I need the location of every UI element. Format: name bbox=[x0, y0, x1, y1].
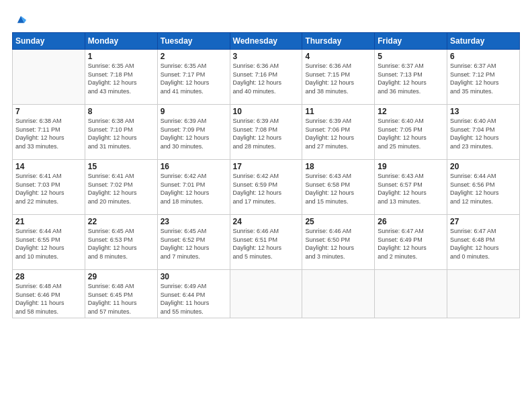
calendar-cell: 30Sunrise: 6:49 AM Sunset: 6:44 PM Dayli… bbox=[157, 270, 230, 318]
day-info: Sunrise: 6:41 AM Sunset: 7:02 PM Dayligh… bbox=[88, 172, 154, 205]
day-number: 16 bbox=[161, 162, 227, 171]
day-number: 27 bbox=[450, 217, 517, 226]
weekday-header-sunday: Sunday bbox=[13, 33, 85, 50]
calendar-cell: 6Sunrise: 6:37 AM Sunset: 7:12 PM Daylig… bbox=[447, 50, 520, 105]
weekday-header-monday: Monday bbox=[85, 33, 157, 50]
day-info: Sunrise: 6:44 AM Sunset: 6:55 PM Dayligh… bbox=[15, 227, 82, 261]
day-info: Sunrise: 6:36 AM Sunset: 7:15 PM Dayligh… bbox=[305, 62, 371, 95]
weekday-header-saturday: Saturday bbox=[447, 33, 520, 50]
day-info: Sunrise: 6:39 AM Sunset: 7:09 PM Dayligh… bbox=[161, 117, 227, 150]
calendar-cell: 28Sunrise: 6:48 AM Sunset: 6:46 PM Dayli… bbox=[13, 270, 85, 318]
day-number: 13 bbox=[450, 107, 517, 116]
calendar-cell: 7Sunrise: 6:38 AM Sunset: 7:11 PM Daylig… bbox=[13, 105, 85, 160]
day-number: 26 bbox=[378, 217, 444, 226]
day-number: 10 bbox=[233, 107, 300, 116]
calendar-cell: 13Sunrise: 6:40 AM Sunset: 7:04 PM Dayli… bbox=[447, 105, 520, 160]
day-info: Sunrise: 6:36 AM Sunset: 7:16 PM Dayligh… bbox=[233, 62, 300, 95]
day-info: Sunrise: 6:39 AM Sunset: 7:06 PM Dayligh… bbox=[305, 117, 371, 150]
day-number: 21 bbox=[15, 217, 82, 226]
calendar-cell bbox=[375, 270, 447, 318]
calendar-cell: 14Sunrise: 6:41 AM Sunset: 7:03 PM Dayli… bbox=[13, 160, 85, 215]
day-number: 8 bbox=[88, 107, 154, 116]
day-info: Sunrise: 6:49 AM Sunset: 6:44 PM Dayligh… bbox=[161, 282, 227, 316]
day-number: 6 bbox=[450, 52, 517, 61]
weekday-header-tuesday: Tuesday bbox=[157, 33, 230, 50]
calendar-cell: 9Sunrise: 6:39 AM Sunset: 7:09 PM Daylig… bbox=[157, 105, 230, 160]
week-row-1: 1Sunrise: 6:35 AM Sunset: 7:18 PM Daylig… bbox=[13, 50, 520, 105]
calendar-cell bbox=[302, 270, 375, 318]
day-number: 11 bbox=[305, 107, 371, 116]
day-info: Sunrise: 6:47 AM Sunset: 6:49 PM Dayligh… bbox=[378, 227, 444, 261]
calendar-cell bbox=[230, 270, 302, 318]
calendar-cell: 22Sunrise: 6:45 AM Sunset: 6:53 PM Dayli… bbox=[85, 215, 157, 270]
day-info: Sunrise: 6:37 AM Sunset: 7:13 PM Dayligh… bbox=[378, 62, 444, 95]
day-info: Sunrise: 6:45 AM Sunset: 6:53 PM Dayligh… bbox=[88, 227, 154, 261]
day-info: Sunrise: 6:42 AM Sunset: 7:01 PM Dayligh… bbox=[161, 172, 227, 205]
calendar-cell: 2Sunrise: 6:35 AM Sunset: 7:17 PM Daylig… bbox=[157, 50, 230, 105]
day-info: Sunrise: 6:38 AM Sunset: 7:11 PM Dayligh… bbox=[15, 117, 82, 150]
calendar-cell: 12Sunrise: 6:40 AM Sunset: 7:05 PM Dayli… bbox=[375, 105, 447, 160]
calendar-cell: 5Sunrise: 6:37 AM Sunset: 7:13 PM Daylig… bbox=[375, 50, 447, 105]
day-info: Sunrise: 6:40 AM Sunset: 7:05 PM Dayligh… bbox=[378, 117, 444, 150]
calendar-cell: 21Sunrise: 6:44 AM Sunset: 6:55 PM Dayli… bbox=[13, 215, 85, 270]
day-number: 28 bbox=[15, 272, 82, 281]
day-number: 17 bbox=[233, 162, 300, 171]
day-info: Sunrise: 6:43 AM Sunset: 6:57 PM Dayligh… bbox=[378, 172, 444, 205]
day-number: 9 bbox=[161, 107, 227, 116]
calendar-cell: 23Sunrise: 6:45 AM Sunset: 6:52 PM Dayli… bbox=[157, 215, 230, 270]
day-number: 24 bbox=[233, 217, 300, 226]
calendar-cell: 11Sunrise: 6:39 AM Sunset: 7:06 PM Dayli… bbox=[302, 105, 375, 160]
day-info: Sunrise: 6:43 AM Sunset: 6:58 PM Dayligh… bbox=[305, 172, 371, 205]
day-number: 19 bbox=[378, 162, 444, 171]
calendar-cell: 16Sunrise: 6:42 AM Sunset: 7:01 PM Dayli… bbox=[157, 160, 230, 215]
day-info: Sunrise: 6:47 AM Sunset: 6:48 PM Dayligh… bbox=[450, 227, 517, 261]
day-info: Sunrise: 6:40 AM Sunset: 7:04 PM Dayligh… bbox=[450, 117, 517, 150]
calendar-cell bbox=[447, 270, 520, 318]
calendar-cell: 3Sunrise: 6:36 AM Sunset: 7:16 PM Daylig… bbox=[230, 50, 302, 105]
week-row-4: 21Sunrise: 6:44 AM Sunset: 6:55 PM Dayli… bbox=[13, 215, 520, 270]
day-number: 30 bbox=[161, 272, 227, 281]
calendar-cell: 27Sunrise: 6:47 AM Sunset: 6:48 PM Dayli… bbox=[447, 215, 520, 270]
day-info: Sunrise: 6:35 AM Sunset: 7:17 PM Dayligh… bbox=[161, 62, 227, 95]
day-number: 29 bbox=[88, 272, 154, 281]
day-number: 25 bbox=[305, 217, 371, 226]
day-number: 12 bbox=[378, 107, 444, 116]
day-info: Sunrise: 6:37 AM Sunset: 7:12 PM Dayligh… bbox=[450, 62, 517, 95]
calendar-cell: 4Sunrise: 6:36 AM Sunset: 7:15 PM Daylig… bbox=[302, 50, 375, 105]
calendar-cell: 1Sunrise: 6:35 AM Sunset: 7:18 PM Daylig… bbox=[85, 50, 157, 105]
weekday-header-row: SundayMondayTuesdayWednesdayThursdayFrid… bbox=[13, 33, 520, 50]
day-number: 23 bbox=[161, 217, 227, 226]
weekday-header-wednesday: Wednesday bbox=[230, 33, 302, 50]
day-info: Sunrise: 6:41 AM Sunset: 7:03 PM Dayligh… bbox=[15, 172, 82, 205]
day-number: 18 bbox=[305, 162, 371, 171]
day-number: 5 bbox=[378, 52, 444, 61]
day-number: 22 bbox=[88, 217, 154, 226]
weekday-header-friday: Friday bbox=[375, 33, 447, 50]
weekday-header-thursday: Thursday bbox=[302, 33, 375, 50]
day-info: Sunrise: 6:39 AM Sunset: 7:08 PM Dayligh… bbox=[233, 117, 300, 150]
day-number: 7 bbox=[15, 107, 82, 116]
day-number: 1 bbox=[88, 52, 154, 61]
calendar-cell: 29Sunrise: 6:48 AM Sunset: 6:45 PM Dayli… bbox=[85, 270, 157, 318]
calendar-cell: 26Sunrise: 6:47 AM Sunset: 6:49 PM Dayli… bbox=[375, 215, 447, 270]
day-number: 3 bbox=[233, 52, 300, 61]
day-info: Sunrise: 6:46 AM Sunset: 6:51 PM Dayligh… bbox=[233, 227, 300, 261]
day-number: 20 bbox=[450, 162, 517, 171]
calendar-cell: 10Sunrise: 6:39 AM Sunset: 7:08 PM Dayli… bbox=[230, 105, 302, 160]
day-info: Sunrise: 6:48 AM Sunset: 6:45 PM Dayligh… bbox=[88, 282, 154, 316]
day-info: Sunrise: 6:35 AM Sunset: 7:18 PM Dayligh… bbox=[88, 62, 154, 95]
calendar-cell: 24Sunrise: 6:46 AM Sunset: 6:51 PM Dayli… bbox=[230, 215, 302, 270]
week-row-3: 14Sunrise: 6:41 AM Sunset: 7:03 PM Dayli… bbox=[13, 160, 520, 215]
calendar-cell: 19Sunrise: 6:43 AM Sunset: 6:57 PM Dayli… bbox=[375, 160, 447, 215]
day-info: Sunrise: 6:42 AM Sunset: 6:59 PM Dayligh… bbox=[233, 172, 300, 205]
day-info: Sunrise: 6:45 AM Sunset: 6:52 PM Dayligh… bbox=[161, 227, 227, 261]
day-number: 15 bbox=[88, 162, 154, 171]
calendar-cell: 15Sunrise: 6:41 AM Sunset: 7:02 PM Dayli… bbox=[85, 160, 157, 215]
day-info: Sunrise: 6:38 AM Sunset: 7:10 PM Dayligh… bbox=[88, 117, 154, 150]
calendar-cell: 8Sunrise: 6:38 AM Sunset: 7:10 PM Daylig… bbox=[85, 105, 157, 160]
day-number: 2 bbox=[161, 52, 227, 61]
calendar-cell: 20Sunrise: 6:44 AM Sunset: 6:56 PM Dayli… bbox=[447, 160, 520, 215]
day-info: Sunrise: 6:44 AM Sunset: 6:56 PM Dayligh… bbox=[450, 172, 517, 205]
calendar-table: SundayMondayTuesdayWednesdayThursdayFrid… bbox=[12, 32, 520, 318]
day-info: Sunrise: 6:48 AM Sunset: 6:46 PM Dayligh… bbox=[15, 282, 82, 316]
